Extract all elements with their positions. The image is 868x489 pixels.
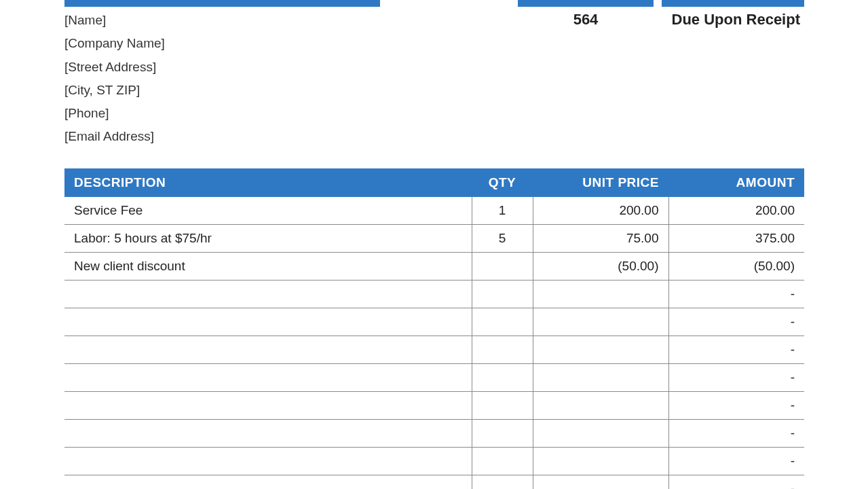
- line-unit-price: [533, 475, 668, 489]
- line-unit-price: [533, 391, 668, 419]
- line-amount: -: [668, 308, 804, 336]
- line-description: [64, 336, 472, 363]
- table-row: Labor: 5 hours at $75/hr575.00375.00: [64, 224, 804, 252]
- line-description: Service Fee: [64, 197, 472, 225]
- line-qty: [472, 308, 533, 336]
- col-amount: AMOUNT: [668, 168, 804, 197]
- col-description: DESCRIPTION: [64, 168, 472, 197]
- table-row: -: [64, 336, 804, 363]
- line-amount: -: [668, 391, 804, 419]
- line-amount: -: [668, 280, 804, 308]
- line-unit-price: [533, 447, 668, 475]
- table-row: -: [64, 363, 804, 391]
- line-qty: [472, 252, 533, 280]
- line-unit-price: [533, 308, 668, 336]
- invoice-number-header-bar: [518, 0, 654, 7]
- line-description: [64, 391, 472, 419]
- table-row: New client discount(50.00)(50.00): [64, 252, 804, 280]
- invoice-page: [Name] [Company Name] [Street Address] […: [64, 0, 804, 489]
- table-row: -: [64, 447, 804, 475]
- line-amount: -: [668, 475, 804, 489]
- invoice-meta: [Name] [Company Name] [Street Address] […: [64, 10, 804, 149]
- line-unit-price: [533, 363, 668, 391]
- table-row: -: [64, 391, 804, 419]
- line-qty: [472, 419, 533, 447]
- bill-to-city: [City, ST ZIP]: [64, 79, 380, 101]
- line-unit-price: [533, 419, 668, 447]
- line-amount: -: [668, 419, 804, 447]
- bill-to-street: [Street Address]: [64, 56, 380, 78]
- col-unit-price: UNIT PRICE: [533, 168, 668, 197]
- line-description: Labor: 5 hours at $75/hr: [64, 224, 472, 252]
- line-qty: [472, 391, 533, 419]
- line-amount: 375.00: [668, 224, 804, 252]
- table-row: -: [64, 308, 804, 336]
- bill-to-email: [Email Address]: [64, 126, 380, 147]
- line-unit-price: 200.00: [533, 197, 668, 225]
- line-description: [64, 363, 472, 391]
- line-unit-price: (50.00): [533, 252, 668, 280]
- line-amount: 200.00: [668, 197, 804, 225]
- table-row: Service Fee1200.00200.00: [64, 197, 804, 225]
- bill-to-company: [Company Name]: [64, 33, 380, 54]
- line-unit-price: [533, 280, 668, 308]
- line-amount: (50.00): [668, 252, 804, 280]
- line-qty: [472, 280, 533, 308]
- header-bars: [64, 0, 804, 7]
- line-description: [64, 308, 472, 336]
- bill-to-name: [Name]: [64, 10, 380, 31]
- line-description: [64, 419, 472, 447]
- line-qty: [472, 475, 533, 489]
- terms-header-bar: [662, 0, 804, 7]
- line-qty: [472, 336, 533, 363]
- line-description: [64, 475, 472, 489]
- line-description: New client discount: [64, 252, 472, 280]
- line-qty: [472, 447, 533, 475]
- line-description: [64, 280, 472, 308]
- table-row: -: [64, 475, 804, 489]
- line-amount: -: [668, 447, 804, 475]
- bill-to-block: [Name] [Company Name] [Street Address] […: [64, 10, 380, 149]
- invoice-terms: Due Upon Receipt: [662, 10, 804, 149]
- line-unit-price: [533, 336, 668, 363]
- table-row: -: [64, 419, 804, 447]
- line-unit-price: 75.00: [533, 224, 668, 252]
- table-header-row: DESCRIPTION QTY UNIT PRICE AMOUNT: [64, 168, 804, 197]
- bill-to-phone: [Phone]: [64, 103, 380, 124]
- line-amount: -: [668, 336, 804, 363]
- line-qty: 1: [472, 197, 533, 225]
- line-qty: 5: [472, 224, 533, 252]
- line-description: [64, 447, 472, 475]
- line-amount: -: [668, 363, 804, 391]
- table-row: -: [64, 280, 804, 308]
- invoice-number: 564: [518, 10, 654, 149]
- col-qty: QTY: [472, 168, 533, 197]
- line-qty: [472, 363, 533, 391]
- line-items-table: DESCRIPTION QTY UNIT PRICE AMOUNT Servic…: [64, 168, 804, 489]
- bill-to-header-bar: [64, 0, 380, 7]
